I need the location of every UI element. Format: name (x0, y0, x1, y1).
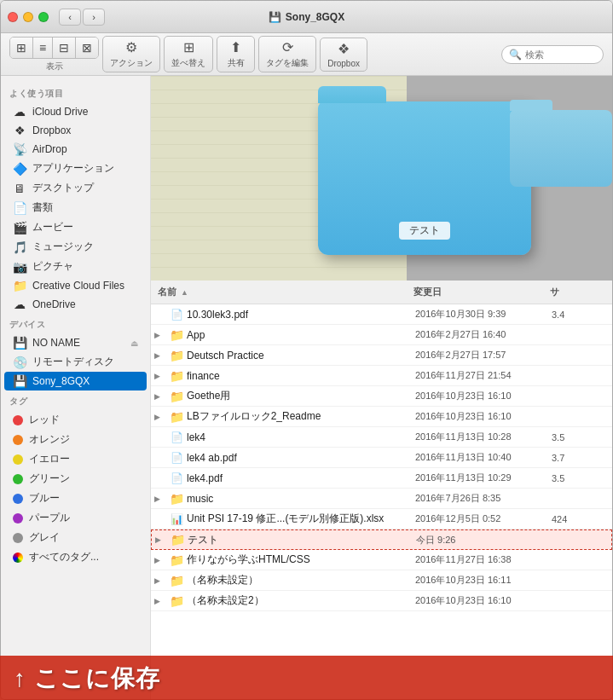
col-size-header[interactable]: サ (543, 284, 612, 300)
sidebar-item-noname[interactable]: 💾 NO NAME ⏏ (4, 333, 147, 352)
sidebar-item-all-tags[interactable]: すべてのタグ... (4, 547, 147, 567)
table-row[interactable]: ▶ 📁 テスト 今日 9:26 (151, 529, 612, 550)
sort-label: 並べ替え (171, 57, 205, 69)
sidebar-item-airdrop[interactable]: 📡 AirDrop (4, 140, 147, 159)
applications-label: アプリケーション (32, 161, 114, 176)
file-date: 2016年2月27日 16:40 (408, 328, 545, 341)
table-row[interactable]: 📄 10.30lek3.pdf 2016年10月30日 9:39 3.4 (151, 304, 612, 325)
table-row[interactable]: ▶ 📁 music 2016年7月26日 8:35 (151, 489, 612, 509)
pictures-label: ピクチャ (32, 259, 73, 274)
file-icon: 📁 (169, 348, 184, 363)
table-row[interactable]: 📄 lek4 ab.pdf 2016年11月13日 10:40 3.7 (151, 448, 612, 468)
icon-view-button[interactable]: ⊞ (10, 38, 33, 58)
expand-arrow[interactable]: ▶ (154, 331, 166, 339)
yellow-tag-dot (13, 454, 23, 465)
table-row[interactable]: 📄 lek4.pdf 2016年11月13日 10:29 3.5 (151, 468, 612, 489)
sidebar-item-desktop[interactable]: 🖥 デスクトップ (4, 178, 147, 198)
view-controls-group: ⊞ ≡ ⊟ ⊠ 表示 (9, 37, 99, 72)
eject-icon[interactable]: ⏏ (130, 338, 138, 348)
sidebar-item-tag-blue[interactable]: ブルー (4, 489, 147, 508)
expand-arrow[interactable]: ▶ (154, 576, 166, 585)
main-folder-preview: テスト (318, 101, 531, 255)
table-row[interactable]: ▶ 📁 LBファイルロック2_Readme 2016年10月23日 16:10 (151, 407, 612, 427)
sidebar-item-tag-green[interactable]: グリーン (4, 469, 147, 489)
sidebar-item-tag-red[interactable]: レッド (4, 410, 147, 430)
file-date: 今日 9:26 (409, 534, 546, 547)
table-row[interactable]: ▶ 📁 （名称未設定） 2016年10月23日 16:11 (151, 570, 612, 591)
noname-label: NO NAME (32, 337, 80, 349)
sidebar-item-remote-disk[interactable]: 💿 リモートディスク (4, 352, 147, 372)
table-row[interactable]: ▶ 📁 Goethe用 2016年10月23日 16:10 (151, 386, 612, 407)
green-tag-dot (13, 474, 23, 484)
expand-arrow[interactable]: ▶ (155, 535, 167, 544)
sort-button[interactable]: ⊞ 並べ替え (164, 36, 213, 72)
sidebar-item-sony[interactable]: 💾 Sony_8GQX (4, 372, 147, 390)
list-view-button[interactable]: ≡ (33, 38, 53, 58)
expand-arrow[interactable]: ▶ (154, 597, 166, 605)
table-row[interactable]: ▶ 📁 作りながら学ぶHTML/CSS 2016年11月27日 16:38 (151, 550, 612, 570)
file-icon: 📁 (169, 593, 184, 609)
sidebar-item-onedrive[interactable]: ☁ OneDrive (4, 295, 147, 314)
sidebar-item-tag-purple[interactable]: パープル (4, 508, 147, 528)
expand-arrow[interactable]: ▶ (154, 556, 166, 564)
table-row[interactable]: ▶ 📁 Deutsch Practice 2016年2月27日 17:57 (151, 345, 612, 366)
sidebar-item-tag-orange[interactable]: オレンジ (4, 430, 147, 449)
cover-view-button[interactable]: ⊠ (76, 38, 98, 58)
file-name: lek4.pdf (187, 472, 408, 484)
sidebar-item-pictures[interactable]: 📷 ピクチャ (4, 257, 147, 276)
toolbar: ⊞ ≡ ⊟ ⊠ 表示 ⚙ アクション ⊞ 並べ替え ⬆ 共有 ⟳ タグを編集 ❖… (1, 33, 612, 76)
sidebar-item-tag-gray[interactable]: グレイ (4, 528, 147, 547)
sidebar-item-dropbox[interactable]: ❖ Dropbox (4, 121, 147, 140)
sidebar-item-movies[interactable]: 🎬 ムービー (4, 217, 147, 237)
table-row[interactable]: ▶ 📁 （名称未設定2） 2016年10月23日 16:10 (151, 591, 612, 611)
table-row[interactable]: 📊 Unit PSI 17-19 修正...(モデル別修正版).xlsx 201… (151, 509, 612, 529)
file-rows: 📄 10.30lek3.pdf 2016年10月30日 9:39 3.4 ▶ 📁… (151, 304, 612, 611)
file-date: 2016年11月27日 21:54 (408, 369, 545, 382)
forward-button[interactable]: › (83, 9, 105, 26)
devices-section-title: デバイス (1, 314, 150, 333)
share-button[interactable]: ⬆ 共有 (217, 36, 255, 72)
table-row[interactable]: ▶ 📁 App 2016年2月27日 16:40 (151, 325, 612, 345)
maximize-button[interactable] (38, 12, 49, 22)
close-button[interactable] (8, 12, 18, 22)
back-button[interactable]: ‹ (59, 9, 81, 26)
file-icon: 📁 (169, 491, 184, 506)
expand-arrow[interactable]: ▶ (154, 495, 166, 503)
search-input[interactable] (525, 49, 593, 60)
sidebar-item-tag-yellow[interactable]: イエロー (4, 449, 147, 469)
sidebar-item-music[interactable]: 🎵 ミュージック (4, 237, 147, 257)
folder-icon: 📁 (170, 410, 184, 424)
expand-arrow[interactable]: ▶ (154, 372, 166, 380)
window-controls (8, 12, 49, 22)
music-label: ミュージック (32, 240, 94, 254)
dropbox-button[interactable]: ❖ Dropbox (320, 38, 367, 72)
action-button[interactable]: ⚙ アクション (102, 36, 160, 72)
tag-edit-button[interactable]: ⟳ タグを編集 (258, 36, 316, 72)
file-size: 424 (545, 514, 612, 524)
table-row[interactable]: 📄 lek4 2016年11月13日 10:28 3.5 (151, 427, 612, 448)
sidebar-item-icloud[interactable]: ☁ iCloud Drive (4, 102, 147, 121)
sony-label: Sony_8GQX (32, 375, 90, 387)
sidebar-item-creative-cloud[interactable]: 📁 Creative Cloud Files (4, 276, 147, 295)
expand-arrow[interactable]: ▶ (154, 351, 166, 360)
pictures-icon: 📷 (13, 260, 26, 274)
col-date-header[interactable]: 変更日 (407, 284, 543, 300)
file-date: 2016年11月13日 10:40 (408, 451, 545, 464)
file-size: 3.5 (545, 432, 612, 443)
applications-icon: 🔷 (13, 162, 26, 176)
col-name-header[interactable]: 名前 ▲ (151, 284, 407, 300)
column-view-button[interactable]: ⊟ (53, 38, 76, 58)
minimize-button[interactable] (23, 12, 33, 22)
expand-arrow[interactable]: ▶ (154, 392, 166, 401)
table-row[interactable]: ▶ 📁 finance 2016年11月27日 21:54 (151, 366, 612, 386)
file-name: music (187, 493, 408, 505)
green-tag-label: グリーン (29, 471, 70, 486)
navigation-buttons: ‹ › (59, 9, 105, 26)
second-folder-preview (510, 110, 612, 187)
expand-arrow[interactable]: ▶ (154, 413, 166, 421)
sidebar-item-applications[interactable]: 🔷 アプリケーション (4, 159, 147, 178)
file-name: （名称未設定2） (187, 593, 408, 608)
file-name: 作りながら学ぶHTML/CSS (187, 552, 408, 567)
file-date: 2016年2月27日 17:57 (408, 349, 545, 362)
sidebar-item-documents[interactable]: 📄 書類 (4, 198, 147, 217)
